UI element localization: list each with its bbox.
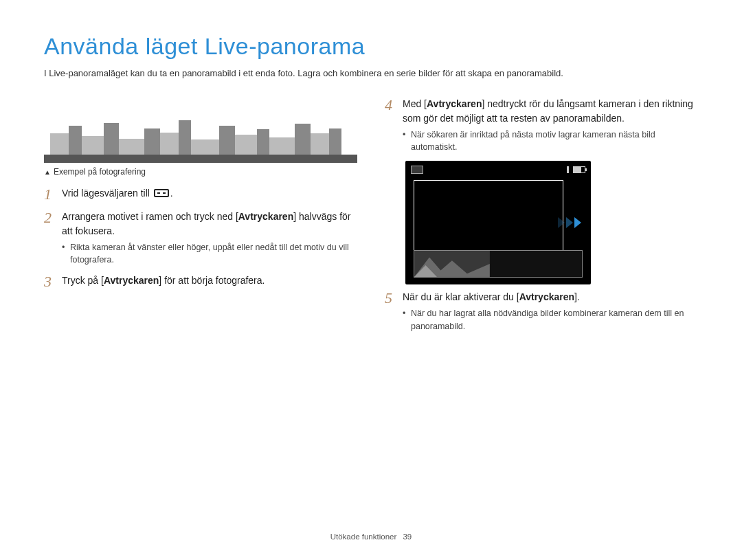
- step-text: Med [Avtryckaren] nedtryckt rör du långs…: [403, 97, 698, 155]
- page-footer: Utökade funktioner 39: [0, 533, 742, 541]
- step-3: 3 Tryck på [Avtryckaren] för att börja f…: [44, 273, 357, 290]
- left-column: ▲Exempel på fotografering 1 Vrid lägesvä…: [44, 97, 357, 340]
- step-bullet: När sökaren är inriktad på nästa motiv l…: [403, 128, 698, 155]
- manual-page: Använda läget Live-panorama I Live-panor…: [0, 0, 742, 560]
- example-caption: ▲Exempel på fotografering: [44, 167, 357, 177]
- right-column: 4 Med [Avtryckaren] nedtryckt rör du lån…: [385, 97, 698, 340]
- footer-section: Utökade funktioner: [330, 533, 397, 541]
- statusbar-left: [411, 166, 423, 174]
- panorama-strip: [414, 250, 583, 278]
- step-1: 1 Vrid lägesväljaren till .: [44, 186, 357, 203]
- statusbar-right: [567, 166, 585, 173]
- footer-page-number: 39: [403, 533, 412, 541]
- step-bullet: När du har lagrat alla nödvändiga bilder…: [403, 307, 698, 333]
- battery-icon: [573, 166, 585, 173]
- step-text: Tryck på [Avtryckaren] för att börja fot…: [62, 273, 265, 288]
- panorama-mode-icon: [154, 189, 169, 197]
- signal-icon: [567, 166, 569, 173]
- camera-preview: [405, 161, 591, 284]
- step-5: 5 När du är klar aktiverar du [Avtryckar…: [385, 290, 698, 333]
- step-number: 4: [385, 97, 403, 113]
- direction-arrow-icon: [558, 217, 581, 228]
- preview-statusbar: [411, 165, 585, 175]
- columns: ▲Exempel på fotografering 1 Vrid lägesvä…: [44, 97, 698, 340]
- step-number: 5: [385, 290, 403, 306]
- step-number: 2: [44, 210, 62, 226]
- step-text: Vrid lägesväljaren till .: [62, 186, 173, 201]
- page-intro: I Live-panoramaläget kan du ta en panora…: [44, 67, 698, 80]
- step-4: 4 Med [Avtryckaren] nedtryckt rör du lån…: [385, 97, 698, 155]
- step-text: Arrangera motivet i ramen och tryck ned …: [62, 210, 357, 267]
- panorama-example: ▲Exempel på fotografering: [44, 102, 357, 177]
- page-title: Använda läget Live-panorama: [44, 33, 698, 60]
- triangle-up-icon: ▲: [44, 168, 51, 176]
- memory-card-icon: [411, 166, 423, 174]
- step-number: 1: [44, 186, 62, 203]
- panorama-skyline-image: [44, 102, 357, 163]
- step-2: 2 Arrangera motivet i ramen och tryck ne…: [44, 210, 357, 267]
- step-number: 3: [44, 273, 62, 290]
- step-text: När du är klar aktiverar du [Avtryckaren…: [403, 290, 698, 333]
- step-bullet: Rikta kameran åt vänster eller höger, up…: [62, 241, 357, 267]
- captured-region: [414, 251, 490, 277]
